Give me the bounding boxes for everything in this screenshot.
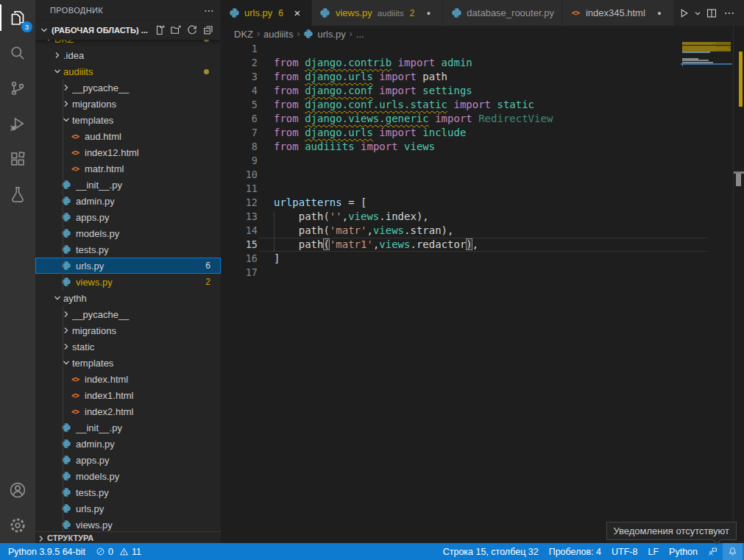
source-control-icon bbox=[9, 79, 26, 97]
line-number[interactable]: 6 bbox=[221, 112, 258, 126]
dirty-indicator[interactable]: ● bbox=[653, 10, 666, 17]
run-button[interactable] bbox=[675, 4, 692, 23]
tree-item-label: index1.html bbox=[85, 390, 221, 401]
tab-database_roouter.py[interactable]: database_roouter.py bbox=[443, 0, 562, 26]
breadcrumb-item-urls.py[interactable]: urls.py bbox=[303, 29, 345, 40]
extensions-icon bbox=[9, 150, 26, 168]
minimap-current-line bbox=[681, 63, 732, 65]
tab-index345.html[interactable]: <>index345.html● bbox=[562, 0, 674, 26]
breadcrumb-item-...[interactable]: ... bbox=[356, 29, 364, 40]
tab-label: index345.html bbox=[586, 7, 645, 18]
chevron-down-icon bbox=[38, 24, 50, 36]
status-encoding[interactable]: UTF-8 bbox=[606, 543, 642, 560]
new-file-icon[interactable] bbox=[152, 22, 168, 38]
refresh-icon[interactable] bbox=[184, 22, 200, 38]
html-icon: <> bbox=[69, 146, 81, 158]
dirty-indicator[interactable]: ● bbox=[422, 10, 435, 17]
line-number[interactable]: 9 bbox=[221, 154, 258, 168]
line-number[interactable]: 2 bbox=[221, 56, 258, 70]
code-line-4: 4from django.conf import settings bbox=[221, 84, 681, 98]
line-number[interactable]: 3 bbox=[221, 70, 258, 84]
line-number[interactable]: 17 bbox=[221, 266, 258, 280]
tree-item-label: apps.py bbox=[76, 212, 221, 223]
status-eol[interactable]: LF bbox=[642, 543, 664, 560]
tree-folder-DKZ[interactable]: DKZ bbox=[35, 40, 221, 47]
outline-section-header[interactable]: СТРУКТУРА bbox=[35, 531, 221, 543]
chevron-right-icon bbox=[35, 533, 47, 543]
run-dropdown[interactable] bbox=[692, 4, 703, 23]
status-indentation[interactable]: Пробелов: 4 bbox=[544, 543, 606, 560]
activity-item-source-control[interactable] bbox=[0, 71, 35, 106]
activity-item-settings[interactable] bbox=[0, 508, 35, 543]
line-number[interactable]: 16 bbox=[221, 252, 258, 266]
tree-folder-.idea[interactable]: .idea bbox=[35, 47, 221, 63]
chevron-down-icon bbox=[52, 292, 63, 304]
html-icon: <> bbox=[69, 389, 81, 401]
tree-folder-audiiits[interactable]: audiiits bbox=[35, 63, 221, 79]
tab-urls.py[interactable]: urls.py6× bbox=[221, 0, 312, 26]
breadcrumb-item-audiiits[interactable]: audiiits bbox=[263, 29, 293, 40]
breadcrumb: DKZ›audiiits›urls.py›... bbox=[221, 26, 744, 42]
status-cursor-position[interactable]: Строка 15, столбец 32 bbox=[438, 543, 544, 560]
activity-item-testing[interactable] bbox=[0, 177, 35, 212]
line-number[interactable]: 12 bbox=[221, 196, 258, 210]
sidebar-title: ПРОВОДНИК bbox=[50, 6, 103, 15]
workspace-section-header[interactable]: (РАБОЧАЯ ОБЛАСТЬ) ... bbox=[35, 21, 221, 40]
tab-problems-badge: 2 bbox=[410, 8, 415, 18]
tree-item-label: aythh bbox=[63, 293, 221, 304]
line-number[interactable]: 7 bbox=[221, 126, 258, 140]
tree-item-label: templates bbox=[72, 115, 221, 126]
status-feedback[interactable] bbox=[703, 543, 723, 560]
activity-item-search[interactable] bbox=[0, 35, 35, 71]
status-notifications-bell[interactable] bbox=[723, 543, 743, 560]
activity-item-run-debug[interactable] bbox=[0, 106, 35, 141]
status-python-interpreter[interactable]: Python 3.9.5 64-bit bbox=[3, 543, 91, 560]
line-number[interactable]: 4 bbox=[221, 84, 258, 98]
warning-dot bbox=[204, 40, 209, 42]
line-number[interactable]: 15 bbox=[221, 238, 258, 252]
code-line-15: 15 path('matr1',views.redactor), bbox=[221, 238, 681, 252]
line-number[interactable]: 11 bbox=[221, 182, 258, 196]
activity-item-explorer[interactable]: 3 bbox=[0, 0, 35, 35]
tree-folder-aythh[interactable]: aythh bbox=[35, 290, 221, 306]
run-debug-icon bbox=[9, 115, 26, 132]
close-icon[interactable]: × bbox=[291, 7, 304, 20]
tree-item-label: DKZ bbox=[54, 40, 204, 45]
line-number[interactable]: 8 bbox=[221, 140, 258, 154]
tree-item-label: __pycache__ bbox=[72, 309, 221, 320]
more-actions-icon[interactable]: ⋯ bbox=[204, 4, 215, 16]
code-editor[interactable]: 12from django.contrib import admin3from … bbox=[221, 42, 681, 543]
tree-item-label: tests.py bbox=[76, 244, 221, 255]
breadcrumb-item-DKZ[interactable]: DKZ bbox=[234, 29, 253, 40]
collapse-all-icon[interactable] bbox=[200, 22, 216, 38]
scrollbar-thumb[interactable] bbox=[736, 174, 741, 186]
breadcrumb-label: audiiits bbox=[263, 29, 293, 40]
tree-item-label: static bbox=[72, 341, 221, 352]
tree-item-label: audiiits bbox=[63, 66, 204, 77]
minimap[interactable] bbox=[681, 26, 732, 543]
overview-ruler[interactable] bbox=[733, 26, 744, 543]
more-actions[interactable] bbox=[720, 4, 738, 23]
tab-views.py[interactable]: views.pyaudiiits2● bbox=[312, 0, 443, 26]
line-number[interactable]: 13 bbox=[221, 210, 258, 224]
tree-item-label: tests.py bbox=[76, 487, 221, 498]
line-number[interactable]: 14 bbox=[221, 224, 258, 238]
status-problems[interactable]: 011 bbox=[91, 543, 146, 560]
line-number[interactable]: 5 bbox=[221, 98, 258, 112]
activity-item-extensions[interactable] bbox=[0, 141, 35, 177]
line-number[interactable]: 10 bbox=[221, 168, 258, 182]
status-language-mode[interactable]: Python bbox=[664, 543, 703, 560]
tree-item-label: apps.py bbox=[76, 455, 221, 466]
breadcrumb-separator: › bbox=[350, 29, 352, 39]
activity-item-account[interactable] bbox=[0, 472, 35, 508]
new-folder-icon[interactable] bbox=[168, 22, 184, 38]
code-line-3: 3from django.urls import path bbox=[221, 70, 681, 84]
status-label: Python bbox=[669, 547, 698, 557]
tab-bar: urls.py6×views.pyaudiiits2●database_roou… bbox=[221, 0, 744, 26]
search-icon bbox=[9, 44, 26, 62]
python-icon bbox=[228, 7, 240, 19]
html-icon: <> bbox=[69, 405, 81, 417]
split-editor-button[interactable] bbox=[703, 4, 720, 23]
tree-item-label: __init__.py bbox=[76, 422, 221, 433]
line-number[interactable]: 1 bbox=[221, 42, 258, 56]
